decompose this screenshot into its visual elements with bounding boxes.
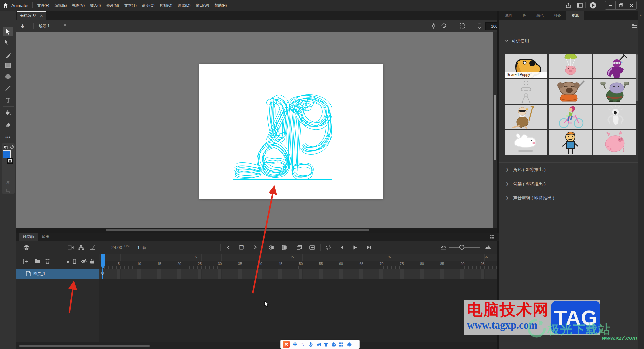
close-button[interactable]: [626, 1, 636, 9]
asset-thumb-tumbling-pig[interactable]: [593, 130, 636, 155]
timeline-zoom-fit-icon[interactable]: [484, 243, 492, 251]
menu-item-0[interactable]: 文件(F): [35, 3, 52, 8]
timeline-panel-menu-icon[interactable]: [490, 235, 494, 239]
coming-soon-section-1[interactable]: ❯骨架 ( 即将推出 ): [499, 177, 638, 191]
line-tool[interactable]: [3, 84, 13, 93]
fill-color-swatch[interactable]: [3, 150, 11, 158]
menu-item-9[interactable]: 窗口(W): [193, 3, 212, 8]
selection-tool[interactable]: [3, 27, 13, 36]
menu-item-10[interactable]: 帮助(H): [212, 3, 229, 8]
asset-thumb-parachute-pig[interactable]: [549, 54, 592, 78]
menu-item-6[interactable]: 命令(C): [139, 3, 157, 8]
reset-timeline-zoom-icon[interactable]: [440, 243, 448, 251]
onion-skin-outlines-icon[interactable]: [280, 243, 288, 251]
text-tool[interactable]: [3, 95, 13, 105]
asset-thumb-bicycle-girl[interactable]: [549, 105, 592, 129]
restore-button[interactable]: [615, 1, 626, 9]
asset-thumb-skeleton-sketch[interactable]: [505, 79, 547, 104]
layer-outline-color-swatch[interactable]: [73, 271, 76, 276]
panel-tab-1[interactable]: 库: [518, 11, 531, 20]
quick-share-play-icon[interactable]: [586, 2, 600, 9]
ruler-seconds-strip[interactable]: 1s2s3s4s: [99, 254, 497, 261]
hide-column-icon[interactable]: [80, 259, 87, 264]
menu-item-4[interactable]: 修改(M): [103, 3, 122, 8]
timeline-body-frames[interactable]: [99, 279, 497, 342]
layers-icon[interactable]: [22, 243, 31, 251]
new-folder-icon[interactable]: [35, 259, 41, 263]
empty-keyframe-marker[interactable]: [101, 272, 104, 275]
eraser-tool[interactable]: [3, 120, 13, 130]
timeline-hscrollbar[interactable]: [19, 345, 150, 347]
lock-column-icon[interactable]: [90, 259, 94, 264]
previous-keyframe-icon[interactable]: [224, 243, 232, 251]
center-stage-icon[interactable]: [430, 22, 437, 30]
panel-tab-4[interactable]: 资源: [566, 11, 584, 20]
layer-row[interactable]: 图层_1: [16, 269, 99, 279]
panel-tab-3[interactable]: 对齐: [549, 11, 566, 20]
expand-dock-icon[interactable]: »: [640, 13, 642, 17]
oval-tool[interactable]: [3, 72, 13, 81]
next-keyframe-icon[interactable]: [251, 243, 259, 251]
auto-keyframe-icon[interactable]: A: [238, 243, 246, 251]
sogou-logo-icon[interactable]: S: [283, 341, 290, 348]
timeline-tab-1[interactable]: 输出: [38, 233, 53, 241]
ime-language-mode[interactable]: 中: [292, 342, 298, 347]
layer-name[interactable]: 图层_1: [33, 271, 45, 276]
asset-thumb-jumping-rabbit[interactable]: [505, 130, 547, 155]
asset-thumb-koala-swordsman[interactable]: [549, 79, 592, 104]
menu-item-1[interactable]: 编辑(E): [52, 3, 70, 8]
timeline-zoom-slider-track[interactable]: [449, 247, 480, 248]
asset-thumb-kicking-monk[interactable]: [505, 105, 547, 129]
asset-thumb-scared-puppy[interactable]: Scared Puppy: [505, 54, 547, 78]
loop-playback-icon[interactable]: [324, 243, 332, 251]
asset-thumb-cartoon-boy[interactable]: [549, 130, 592, 155]
edit-multiple-frames-icon[interactable]: [295, 243, 303, 251]
current-frame-value[interactable]: 1: [137, 245, 140, 250]
home-icon[interactable]: [0, 3, 11, 8]
timeline-zoom-slider-handle[interactable]: [459, 245, 464, 250]
timeline-split-divider[interactable]: [99, 254, 99, 342]
frame-rate-value[interactable]: 24.00: [111, 245, 122, 250]
camera-icon[interactable]: [67, 243, 75, 251]
list-view-icon[interactable]: [632, 24, 637, 29]
onion-skin-icon[interactable]: [268, 243, 276, 251]
ime-toolbar[interactable]: S 中 °,: [280, 340, 360, 349]
pasteboard[interactable]: [16, 32, 493, 228]
clip-content-icon[interactable]: [459, 22, 466, 30]
ime-settings-icon[interactable]: [346, 342, 352, 347]
coming-soon-section-2[interactable]: ❯声音剪辑 ( 即将推出 ): [499, 191, 638, 205]
share-icon[interactable]: [562, 3, 574, 8]
step-forward-icon[interactable]: [365, 243, 373, 251]
asset-thumb-screaming-ghost[interactable]: [593, 105, 636, 129]
tab-close-icon[interactable]: ✕: [40, 14, 43, 18]
stage-drawing-outline[interactable]: [233, 92, 332, 180]
layer-hierarchy-icon[interactable]: [77, 243, 85, 251]
more-tools-icon[interactable]: •••: [3, 132, 13, 142]
asset-thumb-blob-gunner[interactable]: [593, 79, 636, 104]
stage-hscrollbar[interactable]: [106, 229, 369, 231]
swap-colors-icon[interactable]: [10, 145, 14, 149]
step-back-icon[interactable]: [337, 243, 345, 251]
stage-vscrollbar[interactable]: [494, 95, 496, 160]
graph-editor-icon[interactable]: [88, 243, 96, 251]
timeline-tab-0[interactable]: 时间轴: [19, 233, 38, 241]
brush-tool[interactable]: [3, 51, 13, 60]
play-icon[interactable]: [351, 243, 359, 251]
delete-layer-icon[interactable]: [45, 259, 50, 264]
layer-frame-track[interactable]: [99, 269, 497, 279]
ime-assistant-icon[interactable]: [331, 342, 336, 347]
ime-microphone-icon[interactable]: [308, 342, 313, 347]
panel-tab-2[interactable]: 颜色: [531, 11, 549, 20]
dock-menu-icon[interactable]: [639, 19, 643, 21]
workspace-icon[interactable]: [574, 3, 585, 8]
zoom-stepper-up-icon[interactable]: [478, 23, 481, 24]
minimize-button[interactable]: [605, 1, 615, 9]
scene-dropdown-icon[interactable]: [63, 24, 67, 26]
ime-toolbox-icon[interactable]: [338, 342, 344, 347]
paint-bucket-tool[interactable]: [3, 108, 13, 118]
subselection-transform-tool[interactable]: [3, 38, 13, 47]
menu-item-7[interactable]: 控制(O): [157, 3, 175, 8]
ruler-frames-strip[interactable]: 5101520253035404550556065707580859095: [99, 261, 497, 269]
ime-punctuation-icon[interactable]: °,: [300, 342, 306, 347]
panel-tab-0[interactable]: 属性: [500, 11, 518, 20]
